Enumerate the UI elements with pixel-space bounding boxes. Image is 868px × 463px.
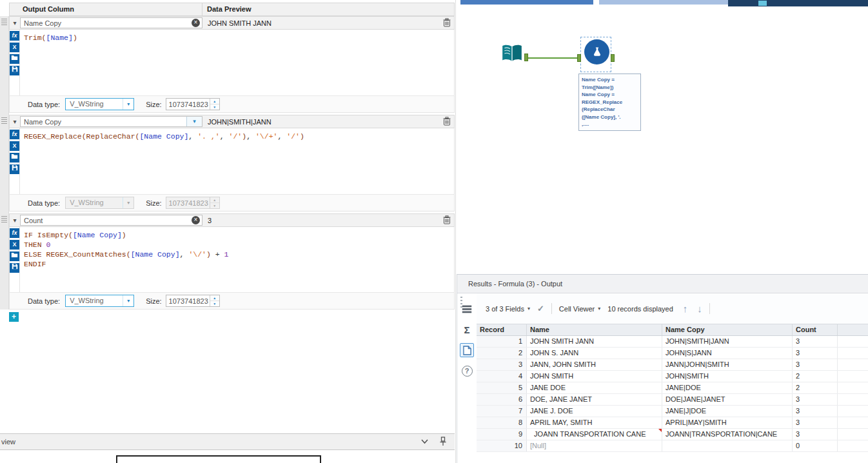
insert-function-button[interactable]: fx — [10, 228, 19, 238]
collapse-chevron-icon[interactable]: ▾ — [10, 118, 20, 125]
table-cell: JOHN SMITH JANN — [527, 336, 662, 347]
table-cell: JANE J. DOE — [527, 406, 662, 417]
window-titlebar-fragment — [599, 0, 728, 5]
table-cell: 3 — [477, 359, 527, 370]
editor-icon-strip: fx X — [10, 227, 19, 292]
fields-dropdown[interactable]: 3 of 3 Fields ▾ — [486, 305, 530, 313]
saved-expressions-button[interactable] — [10, 54, 19, 64]
preview-window-fragment — [116, 455, 321, 463]
output-column-field: ▾ — [20, 116, 202, 127]
insert-function-button[interactable]: fx — [10, 130, 19, 139]
table-row[interactable]: 7JANE J. DOEJANE|J|DOE3 — [477, 406, 868, 417]
save-expression-button[interactable] — [10, 263, 19, 273]
table-row[interactable]: 8APRIL MAY, SMITHAPRIL|MAY|SMITH3 — [477, 417, 868, 429]
chevron-down-icon[interactable] — [420, 438, 429, 446]
column-header-name-copy[interactable]: Name Copy — [662, 324, 793, 335]
column-header-record[interactable]: Record — [477, 324, 527, 335]
table-cell: 3 — [793, 417, 838, 428]
data-type-select[interactable]: V_WString ▾ — [65, 295, 134, 307]
collapse-chevron-icon[interactable]: ▾ — [10, 19, 20, 26]
delete-expression-button[interactable] — [440, 117, 454, 127]
collapse-chevron-icon[interactable]: ▾ — [10, 217, 20, 224]
size-input[interactable] — [166, 295, 210, 306]
expression-section: ▾ × JOHN SMITH JANN fx X Trim([Name]) Da… — [9, 16, 455, 113]
connection-wire[interactable] — [528, 57, 578, 59]
table-cell: 6 — [477, 394, 527, 405]
insert-variable-button[interactable]: X — [10, 240, 19, 250]
output-column-input[interactable] — [20, 116, 202, 127]
table-cell: JOHN|SMITH|JANN — [662, 336, 793, 347]
folder-icon — [11, 252, 18, 258]
column-header-name[interactable]: Name — [527, 324, 662, 335]
section-drag-grip[interactable] — [1, 117, 7, 124]
expression-editor[interactable]: Trim([Name]) — [19, 30, 454, 95]
saved-expressions-button[interactable] — [10, 251, 19, 261]
metadata-view-icon[interactable]: Σ — [460, 322, 474, 337]
grid-view-icon[interactable] — [460, 302, 474, 316]
dropdown-caret-icon: ▾ — [123, 197, 133, 208]
titlebar-icon — [758, 1, 767, 6]
formula-tool[interactable] — [584, 39, 609, 64]
input-data-tool[interactable] — [500, 43, 524, 66]
delete-expression-button[interactable] — [440, 18, 454, 28]
table-row[interactable]: 3JANN, JOHN SMITHJANN|JOHN|SMITH3 — [477, 359, 868, 371]
report-view-icon[interactable] — [460, 343, 474, 357]
table-cell: 3 — [793, 394, 838, 405]
expression-footer-row: Data type: V_WString ▾ Size: ▲ ▼ — [9, 292, 455, 310]
cell-viewer-dropdown[interactable]: Cell Viewer ▾ — [559, 305, 600, 313]
save-expression-button[interactable] — [10, 66, 19, 75]
table-cell: JANE|DOE — [662, 382, 793, 393]
code-line: ELSE REGEX_CountMatches([Name Copy], '\/… — [24, 250, 450, 260]
data-preview-header: Data Preview — [202, 3, 454, 15]
clear-column-icon[interactable]: × — [192, 216, 200, 224]
expression-section: ▾ ▾ JOHN|SMITH|JANN fx X REGEX_Replace(R… — [9, 115, 455, 212]
save-expression-button[interactable] — [10, 164, 19, 174]
insert-variable-button[interactable]: X — [10, 141, 19, 151]
column-header-count[interactable]: Count — [793, 324, 838, 335]
output-column-input[interactable] — [20, 215, 202, 226]
size-input[interactable] — [166, 99, 210, 110]
spinner-up-button[interactable]: ▲ — [210, 295, 219, 300]
apply-check-icon[interactable]: ✓ — [537, 304, 544, 313]
scroll-down-icon[interactable]: ↓ — [697, 303, 702, 314]
section-drag-grip[interactable] — [1, 19, 7, 25]
spinner-down-button[interactable]: ▼ — [210, 300, 219, 306]
data-type-label: Data type: — [28, 297, 60, 305]
clear-column-icon[interactable]: × — [192, 19, 200, 27]
delete-expression-button[interactable] — [440, 215, 454, 226]
output-column-input[interactable] — [20, 17, 202, 28]
add-expression-button[interactable]: + — [9, 312, 19, 322]
data-type-select[interactable]: V_WString ▾ — [65, 98, 134, 110]
table-row[interactable]: 2JOHN S. JANNJOHN|S|JANN3 — [477, 348, 868, 359]
section-drag-grip[interactable] — [1, 216, 7, 222]
table-body: 1JOHN SMITH JANNJOHN|SMITH|JANN32JOHN S.… — [477, 336, 868, 452]
expression-editor[interactable]: IF IsEmpty([Name Copy])THEN 0ELSE REGEX_… — [19, 227, 454, 292]
data-type-label: Data type: — [28, 101, 60, 108]
expression-editor[interactable]: REGEX_Replace(ReplaceChar([Name Copy], '… — [19, 128, 454, 194]
toolbar-separator — [551, 303, 552, 314]
table-cell: 5 — [477, 382, 527, 393]
insert-function-button[interactable]: fx — [10, 31, 19, 41]
panel-splitter[interactable] — [455, 0, 456, 463]
table-row[interactable]: 9 JOANN TRANSPORTATION CANEJOANN|TRANSPO… — [477, 429, 868, 440]
column-dropdown-button[interactable]: ▾ — [186, 117, 202, 126]
table-cell: [Null] — [527, 440, 662, 451]
help-icon[interactable]: ? — [460, 364, 474, 378]
tool-annotation[interactable]: Name Copy =Trim([Name])Name Copy =REGEX_… — [578, 74, 641, 131]
spinner-up-button[interactable]: ▲ — [210, 99, 219, 104]
saved-expressions-button[interactable] — [10, 153, 19, 163]
table-row[interactable]: 1JOHN SMITH JANNJOHN|SMITH|JANN3 — [477, 336, 868, 348]
results-side-strip: Σ ? — [457, 293, 477, 463]
table-cell: JANE DOE — [527, 382, 662, 393]
workflow-canvas[interactable]: Name Copy =Trim([Name])Name Copy =REGEX_… — [457, 6, 868, 274]
scroll-up-icon[interactable]: ↑ — [683, 303, 688, 314]
alteryx-designer-window: Output Column Data Preview ▾ × JOHN SMIT… — [0, 0, 868, 463]
table-row[interactable]: 5JANE DOEJANE|DOE2 — [477, 382, 868, 394]
table-row[interactable]: 6DOE, JANE JANETDOE|JANE|JANET3 — [477, 394, 868, 406]
insert-variable-button[interactable]: X — [10, 43, 19, 52]
table-row[interactable]: 4JOHN SMITHJOHN|SMITH2 — [477, 371, 868, 382]
spinner-down-button[interactable]: ▼ — [210, 104, 219, 110]
table-row[interactable]: 10[Null]0 — [477, 440, 868, 452]
editor-icon-strip: fx X — [10, 128, 19, 194]
pin-icon[interactable] — [439, 437, 447, 448]
